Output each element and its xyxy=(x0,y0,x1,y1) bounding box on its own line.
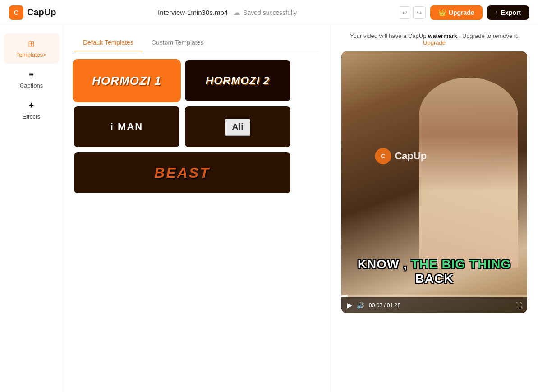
template-hormozi1[interactable]: HORMOZI 1 xyxy=(74,60,179,101)
caption-line2: BACK xyxy=(350,272,518,286)
crown-icon: 👑 xyxy=(438,9,446,16)
video-background: C CapUp KNOW , THE BIG THING BACK xyxy=(341,51,527,313)
effects-icon: ✦ xyxy=(28,101,35,111)
fullscreen-button[interactable]: ⛶ xyxy=(515,302,522,309)
templates-icon: ⊞ xyxy=(28,39,35,49)
beast-label: BEAST xyxy=(154,165,210,181)
capup-wm-icon: C xyxy=(375,148,391,164)
sidebar-item-label-captions: Captions xyxy=(20,82,43,89)
watermark-bold: watermark xyxy=(428,32,457,39)
caption-normal-text: KNOW , xyxy=(358,257,407,271)
logo-icon: C xyxy=(9,5,23,20)
caption-line1: KNOW , THE BIG THING xyxy=(350,257,518,272)
capup-watermark: C CapUp xyxy=(375,148,427,164)
watermark-text1: Your video will have a CapUp xyxy=(350,32,426,39)
undo-button[interactable]: ↩ xyxy=(399,6,411,19)
right-panel: Your video will have a CapUp watermark .… xyxy=(331,25,538,392)
export-label: Export xyxy=(501,9,521,16)
saved-status: ☁ Saved successfully xyxy=(233,8,297,17)
volume-button[interactable]: 🔊 xyxy=(357,302,364,309)
progress-bar[interactable] xyxy=(341,295,527,297)
sidebar-item-label-templates: Templates> xyxy=(16,51,46,58)
upgrade-label: Upgrade xyxy=(449,9,474,16)
video-controls: ▶ 🔊 00:03 / 01:28 ⛶ xyxy=(341,297,527,313)
content-area: Default Templates Custom Templates HORMO… xyxy=(63,25,331,392)
sidebar-item-effects[interactable]: ✦ Effects xyxy=(4,95,59,125)
caption-highlight-text: THE BIG THING xyxy=(411,257,511,271)
time-total: 01:28 xyxy=(387,302,400,309)
header-center: Interview-1min30s.mp4 ☁ Saved successful… xyxy=(158,8,297,17)
watermark-text2: . Upgrade to remove it. xyxy=(459,32,519,39)
export-button[interactable]: ↑ Export xyxy=(487,5,529,20)
capup-wm-text: CapUp xyxy=(395,150,427,162)
redo-button[interactable]: ↪ xyxy=(413,6,426,19)
watermark-notice: Your video will have a CapUp watermark .… xyxy=(341,32,527,46)
ali-label: Ali xyxy=(225,119,250,135)
iman-label: i MAN xyxy=(110,121,143,133)
progress-fill xyxy=(341,295,348,297)
video-container: C CapUp KNOW , THE BIG THING BACK xyxy=(341,51,527,313)
video-caption: KNOW , THE BIG THING BACK xyxy=(341,257,527,286)
tab-default-templates[interactable]: Default Templates xyxy=(74,34,143,51)
sidebar-item-label-effects: Effects xyxy=(23,113,41,120)
export-icon: ↑ xyxy=(495,9,498,16)
captions-icon: ≡ xyxy=(29,70,34,79)
template-iman[interactable]: i MAN xyxy=(74,106,179,147)
person-silhouette xyxy=(419,78,518,268)
main-layout: ⊞ Templates> ≡ Captions ✦ Effects Defaul… xyxy=(0,25,538,392)
watermark-upgrade-link[interactable]: Upgrade xyxy=(423,39,446,46)
template-grid: HORMOZI 1 HORMOZI 2 i MAN Ali BEAST xyxy=(74,60,290,193)
template-tabs: Default Templates Custom Templates xyxy=(74,34,319,51)
tab-custom-templates[interactable]: Custom Templates xyxy=(143,34,213,51)
time-display: 00:03 / 01:28 xyxy=(369,302,511,309)
header-left: C CapUp xyxy=(9,5,56,20)
sidebar-item-templates[interactable]: ⊞ Templates> xyxy=(4,33,59,64)
undo-redo-group: ↩ ↪ xyxy=(399,6,426,19)
header-right: ↩ ↪ 👑 Upgrade ↑ Export xyxy=(399,5,529,20)
play-button[interactable]: ▶ xyxy=(347,301,352,309)
video-thumbnail: C CapUp KNOW , THE BIG THING BACK xyxy=(341,51,527,313)
hormozi1-label: HORMOZI 1 xyxy=(92,74,161,88)
sidebar: ⊞ Templates> ≡ Captions ✦ Effects xyxy=(0,25,63,392)
logo-text: CapUp xyxy=(27,7,56,18)
sidebar-item-captions[interactable]: ≡ Captions xyxy=(4,65,59,94)
cloud-icon: ☁ xyxy=(233,8,240,17)
template-beast[interactable]: BEAST xyxy=(74,152,290,193)
file-name: Interview-1min30s.mp4 xyxy=(158,9,228,16)
header: C CapUp Interview-1min30s.mp4 ☁ Saved su… xyxy=(0,0,538,25)
template-ali[interactable]: Ali xyxy=(185,106,290,147)
upgrade-button[interactable]: 👑 Upgrade xyxy=(430,5,483,20)
saved-text: Saved successfully xyxy=(243,9,297,16)
time-current: 00:03 xyxy=(369,302,382,309)
hormozi2-label: HORMOZI 2 xyxy=(206,74,270,87)
template-hormozi2[interactable]: HORMOZI 2 xyxy=(185,60,290,101)
